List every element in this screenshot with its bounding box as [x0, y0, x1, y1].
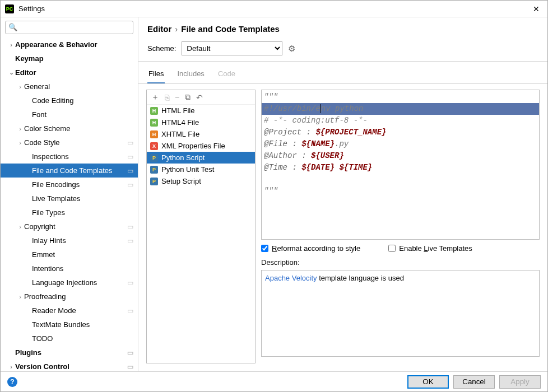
description-label: Description:	[261, 257, 540, 267]
expander-icon: ›	[7, 363, 15, 370]
tab-code[interactable]: Code	[217, 66, 236, 83]
template-item[interactable]: HHTML4 File	[147, 116, 255, 128]
tree-item[interactable]: Emmet	[1, 248, 138, 262]
file-type-icon: H	[150, 119, 158, 127]
tree-item[interactable]: Code Editing	[1, 94, 138, 108]
tree-item[interactable]: Reader Mode▭	[1, 304, 138, 318]
tree-item[interactable]: Live Templates	[1, 192, 138, 206]
expander-icon: ›	[16, 125, 24, 132]
tab-files[interactable]: Files	[147, 66, 165, 83]
ok-button[interactable]: OK	[407, 375, 449, 389]
chevron-right-icon: ›	[175, 24, 178, 34]
expander-icon: ›	[16, 223, 24, 230]
file-type-icon: P	[150, 178, 158, 185]
template-item[interactable]: XXML Properties File	[147, 140, 255, 152]
gear-icon[interactable]: ⚙	[288, 44, 295, 54]
copy-template-icon[interactable]: ⎘	[165, 93, 169, 102]
expander-icon: ›	[16, 293, 24, 300]
copy-icon[interactable]: ⧉	[185, 92, 191, 102]
add-icon[interactable]: ＋	[151, 92, 159, 102]
tree-item[interactable]: TextMate Bundles	[1, 318, 138, 332]
enable-live-templates-checkbox[interactable]: Enable Live Templates	[388, 244, 472, 253]
breadcrumb: Editor › File and Code Templates	[138, 17, 547, 39]
file-type-icon: X	[150, 142, 158, 150]
tree-item[interactable]: File Encodings▭	[1, 178, 138, 192]
cancel-button[interactable]: Cancel	[453, 375, 495, 389]
apache-velocity-link[interactable]: Apache Velocity	[265, 274, 317, 282]
reformat-checkbox[interactable]: Reformat according to style	[261, 244, 360, 253]
tree-item[interactable]: Inlay Hints▭	[1, 234, 138, 248]
tree-item[interactable]: File Types	[1, 206, 138, 220]
tree-item[interactable]: Intentions	[1, 262, 138, 276]
scheme-select[interactable]: Default	[182, 41, 282, 55]
tree-item[interactable]: Plugins▭	[1, 346, 138, 360]
remove-icon[interactable]: −	[175, 93, 179, 102]
expander-icon: ⌄	[7, 69, 15, 76]
tree-item[interactable]: ›Code Style▭	[1, 136, 138, 150]
scheme-label: Scheme:	[147, 44, 176, 53]
window-title: Settings	[18, 4, 530, 13]
expander-icon: ›	[7, 41, 15, 48]
tree-item[interactable]: ›Color Scheme	[1, 122, 138, 136]
description-box: Apache Velocity template language is use…	[261, 270, 540, 357]
tab-includes[interactable]: Includes	[176, 66, 205, 83]
tree-item[interactable]: File and Code Templates▭	[1, 164, 138, 178]
template-editor[interactable]: """ #!/usr/bin/env python # -*- coding:u…	[261, 90, 540, 240]
apply-button[interactable]: Apply	[499, 375, 541, 389]
search-icon: 🔍	[8, 23, 17, 31]
tree-item[interactable]: Keymap	[1, 52, 138, 66]
tree-item[interactable]: ›Copyright▭	[1, 220, 138, 234]
expander-icon: ›	[16, 83, 24, 90]
tree-item[interactable]: ›General	[1, 80, 138, 94]
close-icon[interactable]: ✕	[530, 4, 543, 13]
help-icon[interactable]: ?	[7, 377, 17, 387]
template-item[interactable]: PSetup Script	[147, 175, 255, 187]
undo-icon[interactable]: ↶	[196, 93, 203, 102]
tree-item[interactable]: Inspections▭	[1, 150, 138, 164]
file-type-icon: H	[150, 107, 158, 115]
template-item[interactable]: HHTML File	[147, 105, 255, 116]
tree-item[interactable]: TODO	[1, 332, 138, 346]
tree-item[interactable]: Font	[1, 108, 138, 122]
template-item[interactable]: PPython Unit Test	[147, 164, 255, 175]
search-input[interactable]	[5, 21, 133, 34]
template-item[interactable]: PPython Script	[147, 152, 255, 164]
template-file-list[interactable]: HHTML FileHHTML4 FileHXHTML FileXXML Pro…	[147, 105, 255, 363]
tree-item[interactable]: ⌄Editor	[1, 66, 138, 80]
file-type-icon: P	[150, 166, 158, 174]
settings-tree[interactable]: ›Appearance & BehaviorKeymap⌄Editor›Gene…	[1, 38, 138, 371]
expander-icon: ›	[16, 139, 24, 146]
file-type-icon: H	[150, 130, 158, 138]
tree-item[interactable]: Language Injections▭	[1, 276, 138, 290]
template-item[interactable]: HXHTML File	[147, 128, 255, 140]
app-icon: PC	[5, 4, 14, 13]
tree-item[interactable]: ›Proofreading	[1, 290, 138, 304]
tree-item[interactable]: ›Appearance & Behavior	[1, 38, 138, 52]
tabs: FilesIncludesCode	[138, 62, 547, 84]
file-type-icon: P	[150, 154, 158, 162]
tree-item[interactable]: ›Version Control▭	[1, 360, 138, 371]
